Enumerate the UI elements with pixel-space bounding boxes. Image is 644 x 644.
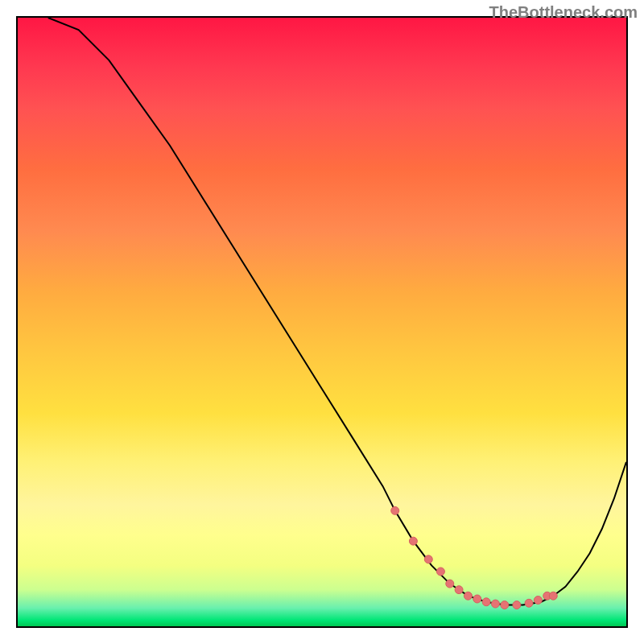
dot — [391, 506, 399, 514]
dot — [501, 601, 509, 609]
dot — [482, 598, 490, 606]
dot — [491, 600, 499, 608]
curve-line — [48, 18, 626, 605]
dot — [513, 601, 521, 609]
chart-container: TheBottleneck.com — [0, 0, 644, 644]
dot — [446, 580, 454, 588]
dot — [534, 596, 542, 604]
dot — [409, 537, 417, 545]
dot — [464, 592, 472, 600]
highlight-dots — [391, 506, 558, 609]
dot — [473, 595, 481, 603]
plot-area — [16, 16, 628, 628]
chart-svg — [18, 18, 626, 626]
dot — [424, 555, 432, 564]
dot — [549, 592, 557, 600]
watermark-text: TheBottleneck.com — [489, 3, 638, 22]
dot — [455, 586, 463, 594]
dot — [525, 599, 533, 607]
dot — [436, 568, 444, 576]
